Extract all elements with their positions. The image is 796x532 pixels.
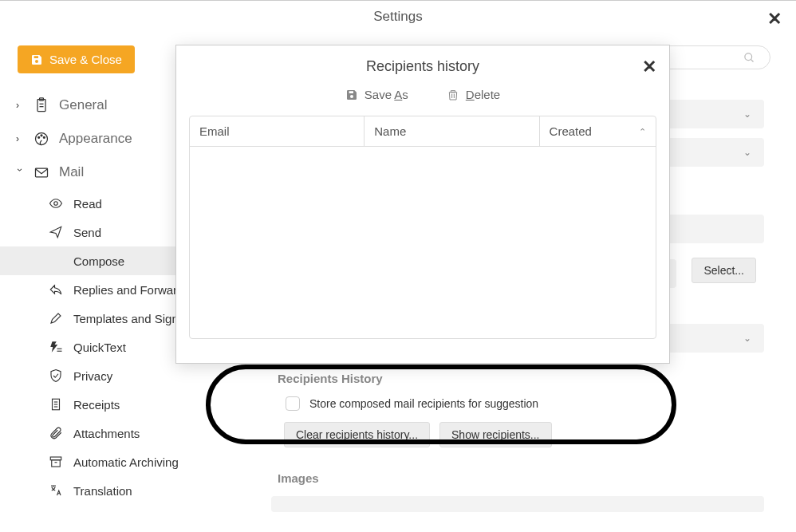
- settings-title: Settings ✕: [0, 1, 796, 33]
- sidebar-sub-label: Automatic Archiving: [73, 455, 179, 469]
- chevron-right-icon: ›: [16, 100, 24, 111]
- clear-recipients-label: Clear recipients history...: [296, 428, 418, 441]
- checkbox-icon[interactable]: [286, 396, 300, 411]
- lightning-text-icon: [49, 340, 63, 354]
- select-button[interactable]: Select...: [692, 258, 756, 283]
- sidebar-sub-archiving[interactable]: Automatic Archiving: [0, 447, 239, 476]
- sidebar-sub-receipts[interactable]: Receipts: [0, 390, 239, 419]
- modal-close-icon[interactable]: ✕: [642, 57, 656, 77]
- sidebar-sub-label: Receipts: [73, 398, 120, 412]
- svg-point-8: [41, 135, 42, 136]
- sidebar-cat-label: Appearance: [59, 131, 132, 147]
- save-icon: [30, 53, 43, 66]
- sidebar-sub-label: Read: [73, 197, 102, 211]
- sidebar-sub-label: Attachments: [73, 427, 140, 440]
- save-close-button[interactable]: Save & Close: [18, 45, 135, 73]
- receipt-icon: [49, 397, 63, 412]
- paperclip-icon: [49, 426, 63, 440]
- col-name[interactable]: Name: [365, 116, 539, 146]
- show-recipients-button[interactable]: Show recipients...: [439, 422, 552, 447]
- chevron-down-icon: ⌄: [743, 333, 751, 344]
- svg-rect-10: [36, 168, 48, 177]
- sidebar-cat-label: General: [59, 97, 107, 113]
- col-created[interactable]: Created⌃: [540, 116, 656, 146]
- svg-point-9: [43, 136, 45, 138]
- show-recipients-label: Show recipients...: [451, 428, 540, 441]
- sidebar-sub-label: Compose: [73, 254, 124, 268]
- col-email[interactable]: Email: [190, 116, 365, 146]
- select-button-label: Select...: [703, 264, 744, 277]
- images-section-label: Images: [278, 471, 764, 485]
- translate-icon: [49, 483, 63, 498]
- send-icon: [49, 225, 63, 239]
- recipients-table: Email Name Created⌃: [189, 116, 656, 339]
- palette-icon: [33, 131, 49, 147]
- settings-title-text: Settings: [373, 9, 422, 24]
- save-icon: [345, 89, 358, 101]
- save-as-button[interactable]: Save As: [345, 88, 408, 101]
- sort-asc-icon: ⌃: [639, 126, 646, 136]
- settings-window: Settings ✕ Save & Close › General › Appe…: [0, 0, 796, 532]
- archive-icon: [49, 455, 63, 469]
- store-recipients-checkbox-row[interactable]: Store composed mail recipients for sugge…: [286, 396, 764, 411]
- pencil-icon: [49, 254, 63, 268]
- sidebar-sub-label: QuickText: [73, 341, 126, 354]
- store-recipients-label: Store composed mail recipients for sugge…: [309, 397, 538, 410]
- save-close-label: Save & Close: [49, 53, 122, 66]
- delete-button[interactable]: Delete: [447, 88, 500, 101]
- shield-icon: [49, 368, 63, 383]
- delete-label: Delete: [466, 88, 500, 101]
- modal-title: Recipients history: [176, 45, 669, 88]
- envelope-icon: [33, 164, 49, 180]
- sidebar-sub-label: Translation: [73, 484, 132, 498]
- images-field-partial: [271, 496, 764, 512]
- sidebar-sub-label: Privacy: [73, 369, 112, 383]
- chevron-down-icon: ⌄: [743, 147, 751, 158]
- save-as-label: Save As: [365, 88, 408, 101]
- clear-recipients-button[interactable]: Clear recipients history...: [284, 422, 430, 447]
- chevron-down-icon: ›: [14, 168, 26, 176]
- sidebar-cat-label: Mail: [59, 164, 84, 180]
- eye-icon: [49, 196, 63, 211]
- chevron-right-icon: ›: [16, 133, 24, 144]
- sidebar-sub-translation[interactable]: Translation: [0, 476, 239, 505]
- svg-rect-19: [52, 460, 61, 467]
- recipients-history-section-label: Recipients History: [278, 372, 764, 385]
- table-header-row: Email Name Created⌃: [190, 116, 656, 147]
- sidebar-sub-attachments[interactable]: Attachments: [0, 419, 239, 447]
- sidebar-sub-privacy[interactable]: Privacy: [0, 361, 239, 390]
- reply-icon: [49, 282, 63, 297]
- svg-point-11: [54, 202, 58, 206]
- recipients-history-modal: Recipients history ✕ Save As Delete Emai…: [175, 45, 670, 364]
- trash-icon: [447, 89, 459, 101]
- svg-point-7: [38, 136, 40, 138]
- settings-close-icon[interactable]: ✕: [767, 9, 782, 30]
- pen-icon: [49, 311, 63, 325]
- sidebar-sub-label: Send: [73, 226, 101, 239]
- chevron-down-icon: ⌄: [743, 108, 751, 120]
- sidebar-sub-label: Replies and Forwards: [73, 283, 190, 297]
- clipboard-icon: [33, 97, 49, 113]
